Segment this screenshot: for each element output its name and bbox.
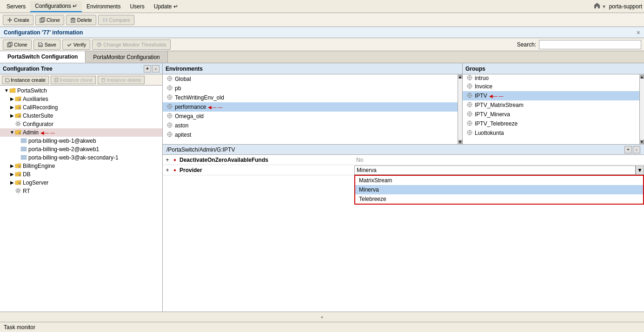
folder-gear-icon-2 — [15, 104, 21, 111]
group-icon-matrixstream — [466, 102, 473, 109]
provider-dropdown-value[interactable]: Minerva — [354, 166, 636, 175]
tree-item-configurator[interactable]: Configurator — [0, 120, 162, 128]
instance-create-btn[interactable]: Instance create — [2, 76, 49, 84]
tree-toggle-admin[interactable]: ▼ — [9, 130, 15, 135]
tree-item-logserver[interactable]: ▶ LogServer — [0, 179, 162, 187]
group-item-iptv-minerva[interactable]: IPTV_Minerva — [463, 110, 639, 119]
config-tree-add-btn[interactable]: + — [144, 65, 151, 73]
env-scroll-down[interactable]: ▼ — [458, 140, 462, 144]
dropdown-option-telebreeze[interactable]: Telebreeze — [355, 194, 643, 204]
svg-rect-20 — [21, 147, 27, 149]
performance-badge: ◀— — — [208, 105, 222, 110]
config-clone-button[interactable]: Clone — [3, 40, 32, 50]
search-input[interactable] — [539, 40, 641, 49]
tab-portaswitch[interactable]: PortaSwitch Configuration — [0, 51, 86, 63]
param-value-input-deactivate[interactable] — [356, 157, 642, 163]
tree-item-pbweb2[interactable]: porta-billing-web-2@akweb1 — [0, 145, 162, 153]
tree-toggle-db[interactable]: ▶ — [9, 172, 15, 177]
environments-header: Environments — [163, 63, 462, 74]
change-monitor-button[interactable]: Change Monitor Thresholds — [92, 40, 171, 50]
tree-content: ▼ PortaSwitch ▶ Auxiliaries — [0, 86, 162, 322]
group-item-luottokunta[interactable]: Luottokunta — [463, 128, 639, 138]
provider-dropdown[interactable]: Minerva ▼ MatrixStream Minerva Telebreez… — [354, 166, 644, 175]
group-item-iptv-matrixstream[interactable]: IPTV_MatrixStream — [463, 100, 639, 110]
env-icon-omega — [166, 113, 173, 120]
menu-environments[interactable]: Environments — [82, 1, 125, 12]
groups-scroll-up[interactable]: ▲ — [640, 75, 644, 79]
env-item-omega[interactable]: Omega_old — [163, 112, 458, 121]
tree-toggle-billingengine[interactable]: ▶ — [9, 163, 15, 169]
home-icon[interactable] — [593, 2, 601, 11]
gear-icon-rt — [15, 187, 21, 195]
param-expand-provider[interactable]: + — [163, 167, 172, 173]
config-params: + ● DeactivateOnZeroAvailableFunds + ● P… — [163, 155, 644, 322]
tree-toggle-auxiliaries[interactable]: ▶ — [9, 96, 15, 102]
path-label: /PortaSwitch/Admin/G:IPTV — [166, 146, 235, 153]
task-monitor: Task monitor — [0, 322, 644, 332]
tree-item-db[interactable]: ▶ DB — [0, 170, 162, 179]
path-add-btn[interactable]: + — [624, 146, 632, 153]
env-item-techwriting[interactable]: TechWritingEnv_old — [163, 93, 458, 102]
env-item-pb[interactable]: pb — [163, 84, 458, 93]
group-item-iptv[interactable]: IPTV ◀— — — [463, 91, 639, 100]
group-item-intruo[interactable]: intruo — [463, 74, 639, 82]
tree-item-billingengine[interactable]: ▶ BillingEngine — [0, 162, 162, 170]
tabs-bar: PortaSwitch Configuration PortaMonitor C… — [0, 51, 644, 63]
env-scrollbar[interactable]: ▲ ▼ — [458, 74, 462, 144]
param-row-deactivate: + ● DeactivateOnZeroAvailableFunds — [163, 155, 644, 165]
dropdown-option-minerva[interactable]: Minerva — [355, 185, 643, 194]
tree-toggle-callrecording[interactable]: ▶ — [9, 105, 15, 110]
group-icon-telebreeze — [466, 120, 473, 127]
tree-item-rt[interactable]: RT — [0, 187, 162, 195]
env-item-aston[interactable]: aston — [163, 121, 458, 130]
instance-clone-btn[interactable]: Instance clone — [51, 76, 96, 84]
tree-item-callrecording[interactable]: ▶ CallRecording — [0, 103, 162, 112]
menu-users[interactable]: Users — [125, 1, 149, 12]
param-expand-deactivate[interactable]: + — [163, 157, 172, 163]
config-tree-header-btns: + - — [144, 65, 159, 73]
close-button[interactable]: × — [637, 29, 640, 36]
groups-scrollbar[interactable]: ▲ ▼ — [639, 74, 644, 144]
tree-toggle-logserver[interactable]: ▶ — [9, 180, 15, 186]
verify-button[interactable]: Verify — [62, 40, 91, 50]
config-tree-remove-btn[interactable]: - — [152, 65, 159, 73]
env-item-global[interactable]: Global — [163, 74, 458, 84]
instance-delete-btn[interactable]: Instance delete — [98, 76, 145, 84]
provider-dropdown-arrow[interactable]: ▼ — [636, 166, 644, 175]
tree-item-pbweb1[interactable]: porta-billing-web-1@akweb — [0, 137, 162, 145]
svg-point-25 — [19, 174, 20, 176]
resize-handle[interactable]: ▲ — [0, 312, 644, 322]
svg-rect-19 — [21, 141, 27, 143]
tree-item-pbweb3[interactable]: porta-billing-web-3@ak-secondary-1 — [0, 153, 162, 162]
menu-servers[interactable]: Servers — [2, 1, 30, 12]
folder-gear-icon-3 — [15, 113, 21, 120]
compare-button[interactable]: Compare — [98, 15, 134, 25]
group-icon-iptv — [466, 93, 473, 100]
clone-button[interactable]: Clone — [35, 15, 64, 25]
delete-button[interactable]: Delete — [66, 15, 96, 25]
groups-scroll-down[interactable]: ▼ — [640, 140, 644, 144]
save-button[interactable]: Save — [33, 40, 60, 50]
env-item-performance[interactable]: performance ◀— — — [163, 102, 458, 112]
svg-rect-21 — [21, 149, 27, 151]
menu-configurations[interactable]: Configurations ↵ — [30, 1, 82, 12]
tree-item-clustersuite[interactable]: ▶ ClusterSuite — [0, 112, 162, 120]
tree-item-portaswitch[interactable]: ▼ PortaSwitch — [0, 86, 162, 95]
path-remove-btn[interactable]: - — [633, 146, 640, 153]
svg-point-27 — [17, 189, 20, 192]
tab-portamonitor[interactable]: PortaMonitor Configuration — [86, 51, 167, 63]
tree-toolbar: Instance create Instance clone Instance … — [0, 74, 162, 86]
tree-toggle-clustersuite[interactable]: ▶ — [9, 113, 15, 119]
env-scroll-up[interactable]: ▲ — [458, 75, 462, 79]
group-item-iptv-telebreeze[interactable]: IPTV_Telebreeze — [463, 119, 639, 128]
env-item-apitest[interactable]: apitest — [163, 130, 458, 139]
create-button[interactable]: Create — [3, 15, 33, 25]
tree-item-admin[interactable]: ▼ Admin ◀— — — [0, 128, 162, 137]
group-item-invoice[interactable]: Invoice — [463, 82, 639, 91]
tree-item-auxiliaries[interactable]: ▶ Auxiliaries — [0, 95, 162, 103]
param-required-provider: ● — [172, 167, 178, 173]
tree-toggle-portaswitch[interactable]: ▼ — [4, 88, 9, 93]
menu-update[interactable]: Update ↵ — [149, 1, 183, 12]
dropdown-option-matrixstream[interactable]: MatrixStream — [355, 176, 643, 185]
svg-point-15 — [19, 115, 20, 117]
